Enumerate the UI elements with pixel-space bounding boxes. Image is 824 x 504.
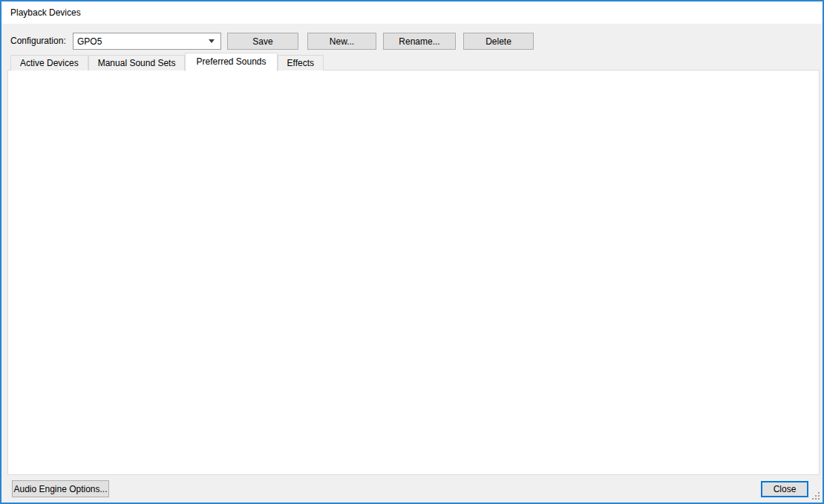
tab-preferred-sounds[interactable]: Preferred Sounds xyxy=(185,53,277,71)
configuration-label: Configuration: xyxy=(10,33,66,50)
tab-page-preferred-sounds xyxy=(7,70,820,475)
configuration-dropdown[interactable]: GPO5 xyxy=(73,33,221,50)
window-title: Playback Devices xyxy=(10,1,81,24)
close-button[interactable]: Close xyxy=(761,481,808,497)
tab-manual-sound-sets[interactable]: Manual Sound Sets xyxy=(88,55,186,71)
new-button[interactable]: New... xyxy=(307,33,376,50)
audio-engine-options-button[interactable]: Audio Engine Options... xyxy=(12,480,109,497)
save-button[interactable]: Save xyxy=(227,33,298,50)
tab-bar: Active DevicesManual Sound SetsPreferred… xyxy=(10,52,324,71)
tab-active-devices[interactable]: Active Devices xyxy=(10,55,88,71)
playback-devices-dialog: Playback Devices Configuration: GPO5 Sav… xyxy=(0,0,824,504)
rename-button[interactable]: Rename... xyxy=(383,33,456,50)
chevron-down-icon xyxy=(209,39,215,43)
delete-button[interactable]: Delete xyxy=(463,33,534,50)
configuration-value: GPO5 xyxy=(73,36,209,47)
resize-grip-icon[interactable] xyxy=(811,491,820,500)
tab-effects[interactable]: Effects xyxy=(278,55,324,71)
title-bar[interactable]: Playback Devices xyxy=(1,1,823,24)
